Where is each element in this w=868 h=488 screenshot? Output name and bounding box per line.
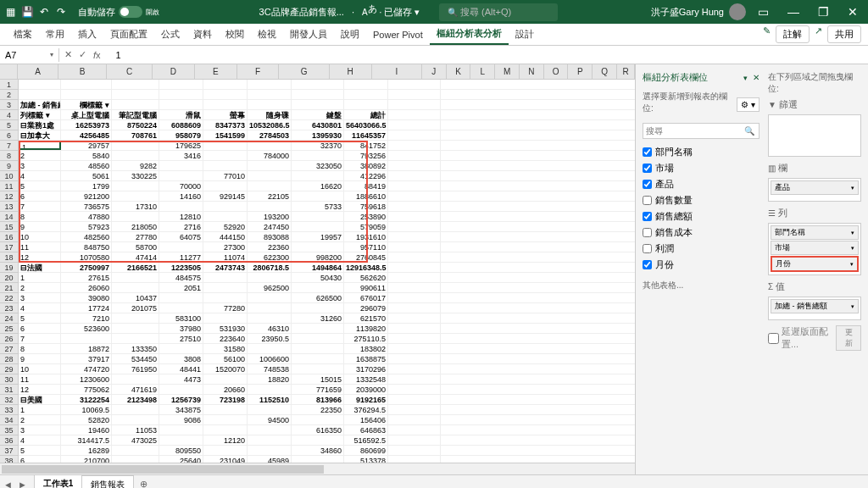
cell[interactable] <box>344 100 388 109</box>
ribbon-tab-0[interactable]: 檔案 <box>7 25 39 44</box>
cell[interactable]: 3122254 <box>61 395 112 404</box>
cell[interactable]: 958079 <box>159 130 203 140</box>
cell[interactable]: 88419 <box>344 181 388 191</box>
cell[interactable] <box>203 202 248 211</box>
cell[interactable] <box>159 242 203 252</box>
row-header[interactable]: 36 <box>0 435 18 446</box>
cell[interactable] <box>112 405 159 414</box>
cell[interactable]: 921200 <box>61 191 112 201</box>
row-header[interactable]: 19 <box>0 263 18 273</box>
row-header[interactable]: 6 <box>0 130 18 141</box>
cell[interactable]: 1139820 <box>344 324 388 333</box>
cell[interactable] <box>61 80 112 89</box>
ribbon-tab-7[interactable]: 檢視 <box>251 25 283 44</box>
cell[interactable]: 3808 <box>159 354 203 363</box>
cell[interactable]: 32370 <box>292 141 344 150</box>
ribbon-tab-12[interactable]: 設計 <box>509 25 541 44</box>
ribbon-tab-2[interactable]: 插入 <box>71 25 103 44</box>
cancel-formula-icon[interactable]: ✕ <box>64 49 72 60</box>
cell[interactable] <box>248 171 292 180</box>
cell[interactable] <box>292 80 344 89</box>
cell[interactable]: 929145 <box>203 191 248 201</box>
cell[interactable]: 474720 <box>61 364 112 374</box>
cell[interactable] <box>112 212 159 221</box>
cell[interactable]: 12810 <box>159 212 203 221</box>
cell[interactable] <box>388 293 441 302</box>
cell[interactable] <box>112 283 159 292</box>
cell[interactable]: 133350 <box>112 344 159 353</box>
cell[interactable] <box>388 263 441 272</box>
cell[interactable] <box>292 151 344 160</box>
cell[interactable]: 47414 <box>112 252 159 262</box>
cell[interactable]: 10069.5 <box>61 405 112 414</box>
cell[interactable]: 螢幕 <box>203 110 248 119</box>
cell[interactable]: 56100 <box>203 354 248 363</box>
cell[interactable]: 626500 <box>292 293 344 302</box>
cell[interactable] <box>248 273 292 282</box>
cell[interactable]: 6088609 <box>159 120 203 130</box>
row-header[interactable]: 29 <box>0 364 18 374</box>
ribbon-tab-1[interactable]: 常用 <box>39 25 71 44</box>
col-header[interactable]: E <box>195 64 237 79</box>
cell[interactable]: 2123498 <box>112 395 159 404</box>
cell[interactable] <box>292 354 344 363</box>
cell[interactable]: ⊟法國 <box>19 263 61 272</box>
cell[interactable] <box>388 141 441 150</box>
cell[interactable] <box>388 446 441 455</box>
cell[interactable] <box>388 171 441 180</box>
field-item[interactable]: 部門名稱 <box>643 144 760 160</box>
row-header[interactable]: 25 <box>0 324 18 334</box>
field-item[interactable]: 銷售總額 <box>643 208 760 225</box>
cell[interactable]: 20660 <box>203 385 248 394</box>
cell[interactable]: 27510 <box>159 334 203 343</box>
cell[interactable]: ⊟美國 <box>19 395 61 404</box>
cell[interactable]: 隨身碟 <box>248 110 292 119</box>
cell[interactable]: 809550 <box>159 446 203 455</box>
cell[interactable]: 77280 <box>203 303 248 313</box>
cell[interactable]: 2760845 <box>344 252 388 262</box>
cell[interactable]: 37917 <box>61 354 112 363</box>
col-header[interactable]: N <box>520 64 544 79</box>
cell[interactable]: 9192165 <box>344 395 388 404</box>
row-header[interactable]: 24 <box>0 313 18 324</box>
cell[interactable]: 1256739 <box>159 395 203 404</box>
cell[interactable] <box>112 334 159 343</box>
cell[interactable]: 848750 <box>61 242 112 252</box>
cell[interactable]: 22350 <box>292 405 344 414</box>
area-item[interactable]: 市場 <box>771 241 859 255</box>
cell[interactable] <box>388 161 441 170</box>
cell[interactable]: 771659 <box>292 385 344 394</box>
cell[interactable]: 4 <box>19 435 61 445</box>
cell[interactable]: 筆記型電腦 <box>112 110 159 119</box>
row-header[interactable]: 31 <box>0 385 18 395</box>
cell[interactable] <box>292 212 344 221</box>
cell[interactable]: 179625 <box>159 141 203 150</box>
cell[interactable] <box>388 202 441 211</box>
cell[interactable]: 218050 <box>112 222 159 231</box>
cell[interactable]: 16620 <box>292 181 344 191</box>
cell[interactable] <box>388 283 441 292</box>
cell[interactable]: 總計 <box>344 110 388 119</box>
cell[interactable]: 8 <box>19 212 61 221</box>
cell[interactable]: 1494864 <box>292 263 344 272</box>
cell[interactable]: 616350 <box>292 425 344 435</box>
cell[interactable] <box>292 344 344 353</box>
redo-icon[interactable]: ↷ <box>54 5 68 19</box>
cell[interactable]: 3 <box>19 161 61 170</box>
cell[interactable]: 6 <box>19 191 61 201</box>
cell[interactable]: 56403066.5 <box>344 120 388 130</box>
col-header[interactable]: A <box>18 64 58 79</box>
row-header[interactable]: 14 <box>0 212 18 222</box>
accept-formula-icon[interactable]: ✓ <box>79 49 86 60</box>
cell[interactable] <box>388 374 441 384</box>
filter-area[interactable] <box>768 114 861 157</box>
cell[interactable] <box>292 415 344 424</box>
col-header[interactable]: O <box>544 64 569 79</box>
cell[interactable] <box>159 90 203 99</box>
cell[interactable]: 193200 <box>248 212 292 221</box>
cell[interactable]: 962500 <box>248 283 292 292</box>
ribbon-tab-5[interactable]: 資料 <box>186 25 219 44</box>
cell[interactable]: 8750224 <box>112 120 159 130</box>
cell[interactable]: 50430 <box>292 273 344 282</box>
ribbon-tab-6[interactable]: 校閱 <box>219 25 251 44</box>
